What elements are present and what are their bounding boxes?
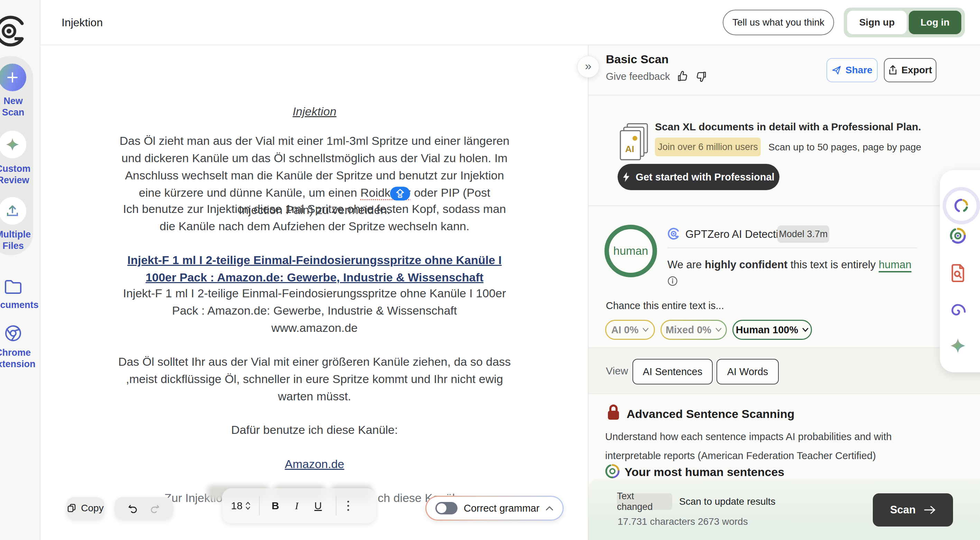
chance-mixed-pill[interactable]: Mixed 0% [660, 320, 727, 340]
amazon-product-link[interactable]: Injekt-F 1 ml I 2-teilige Einmal-Feindos… [127, 253, 502, 267]
ai-sentences-button[interactable]: AI Sentences [632, 359, 713, 384]
info-icon[interactable] [667, 276, 678, 286]
ai-words-button[interactable]: AI Words [716, 359, 779, 384]
stepper-arrows-icon [245, 501, 251, 511]
model-badge: Model 3.7m [777, 226, 829, 243]
underline-button[interactable]: U [314, 500, 322, 511]
get-professional-button[interactable]: Get started with Professional [617, 164, 780, 190]
chance-ai-pill[interactable]: AI 0% [605, 320, 655, 340]
sidebar: NewScan CustomReview MultipleFiles Docum… [0, 0, 40, 540]
feedback-button[interactable]: Tell us what you think [723, 10, 834, 35]
doc-paragraph-6: Dafür benutze ich diese Kanüle: [41, 421, 588, 438]
folder-icon[interactable] [4, 279, 22, 295]
format-toolbar: 18 B I U [222, 488, 376, 523]
doc-citation: Injekt-F 1 ml I 2-teilige Einmal-Feindos… [41, 284, 588, 337]
promo-headline: Scan XL documents in detail with a Profe… [655, 121, 921, 133]
doc-amazon-link-line: Amazon.de [41, 455, 588, 473]
grammar-helper-icon[interactable] [390, 187, 410, 200]
lightning-icon [622, 172, 630, 182]
divider [588, 95, 980, 95]
document-search-icon[interactable] [950, 264, 966, 282]
lock-icon [606, 404, 620, 421]
signup-button[interactable]: Sign up [847, 11, 907, 34]
gptzero-logo [0, 14, 26, 48]
sidebar-item-custom-review[interactable]: CustomReview [0, 163, 41, 186]
amazon-link[interactable]: Amazon.de [285, 457, 344, 470]
doc-stats: 17.731 characters 2673 words [617, 516, 748, 527]
ai-sparkle-icon[interactable] [950, 337, 966, 354]
sidebar-item-documents[interactable]: Documents [0, 299, 41, 311]
divider [588, 205, 980, 206]
italic-button[interactable]: I [295, 500, 298, 511]
sidebar-item-multiple-files[interactable]: MultipleFiles [0, 229, 41, 252]
advanced-title: Advanced Sentence Scanning [627, 407, 795, 421]
chevron-down-icon [643, 328, 649, 332]
most-human-title: Your most human sentences [625, 465, 784, 479]
amazon-product-link[interactable]: 100er Pack : Amazon.de: Gewerbe, Industr… [146, 271, 484, 284]
gptzero-app: Injektion Tell us what you think Sign up… [0, 0, 980, 540]
toggle-switch[interactable] [435, 502, 458, 515]
promo-note: Scan up to 50 pages, page by page [768, 142, 921, 153]
human-verdict: human [879, 259, 912, 271]
detection-brand: GPTZero AI Detection [686, 228, 790, 241]
redo-icon[interactable] [150, 503, 160, 513]
correct-grammar-toggle[interactable]: Correct grammar [425, 496, 564, 521]
gptzero-mini-icon [667, 227, 681, 241]
chevron-up-icon [546, 506, 553, 511]
export-button[interactable]: Export [884, 58, 936, 82]
sparkle-icon [5, 137, 20, 152]
extensions-dock [940, 170, 980, 372]
collapse-panel-button[interactable]: » [577, 56, 599, 78]
font-size-stepper[interactable]: 18 [231, 500, 251, 511]
chevron-down-icon [716, 328, 722, 332]
upload-arrow-icon [396, 189, 404, 199]
undo-icon[interactable] [128, 503, 138, 513]
thumbs-up-icon[interactable] [677, 70, 689, 82]
bold-button[interactable]: B [272, 500, 279, 511]
chance-human-pill[interactable]: Human 100% [732, 320, 812, 340]
undo-redo-group [115, 497, 173, 519]
human-score-ring: human [605, 225, 657, 277]
scan-to-update-label: Scan to update results [679, 496, 776, 507]
arrow-right-icon [924, 505, 936, 515]
chrome-icon[interactable] [4, 324, 22, 342]
view-label: View [606, 365, 628, 377]
document-editor[interactable]: Injektion Das Öl zieht man aus der Vial … [41, 45, 588, 540]
sidebar-item-chrome-extension[interactable]: ChromeExtension [0, 347, 41, 370]
sidebar-item-new-scan[interactable]: NewScan [0, 95, 41, 118]
doc-paragraph-2: Ich benutze zur Injektion diese 1ml Spri… [41, 200, 588, 235]
panel-title: Basic Scan [606, 52, 668, 66]
share-button[interactable]: Share [826, 58, 878, 82]
copy-button[interactable]: Copy [67, 497, 105, 519]
plus-icon [6, 71, 19, 84]
dock-active-ring[interactable] [943, 187, 980, 224]
auth-group: Sign up Log in [844, 8, 965, 37]
divider [667, 248, 917, 248]
confidence-text: We are highly confident this text is ent… [667, 259, 912, 271]
scan-button[interactable]: Scan [873, 493, 953, 527]
login-button[interactable]: Log in [909, 11, 961, 34]
promo-users-badge: Join over 6 million users [655, 138, 761, 156]
scan-history-icon[interactable] [950, 227, 966, 244]
xl-documents-icon: AI [617, 122, 651, 160]
feedback-row: Give feedback [606, 70, 707, 82]
svg-text:AI: AI [625, 144, 634, 154]
page-title: Injektion [62, 16, 103, 29]
most-human-icon [605, 463, 620, 479]
copy-icon [67, 504, 76, 513]
ring-label: human [613, 245, 648, 257]
chance-label: Chance this entire text is... [606, 300, 724, 311]
header: Injektion Tell us what you think Sign up… [40, 0, 980, 45]
send-icon [832, 65, 842, 75]
spiral-icon[interactable] [950, 302, 966, 319]
thumbs-down-icon[interactable] [695, 70, 707, 82]
gptzero-dock-icon [953, 198, 969, 214]
chevron-down-icon [802, 328, 808, 332]
upload-icon [5, 203, 20, 218]
rescan-footer: Text changed Scan to update results 17.7… [589, 479, 980, 540]
more-options-icon[interactable] [347, 500, 350, 511]
text-changed-badge: Text changed [617, 493, 672, 510]
give-feedback-label: Give feedback [606, 71, 670, 82]
advanced-description: Understand how each sentence impacts AI … [605, 427, 892, 465]
export-icon [888, 65, 897, 75]
